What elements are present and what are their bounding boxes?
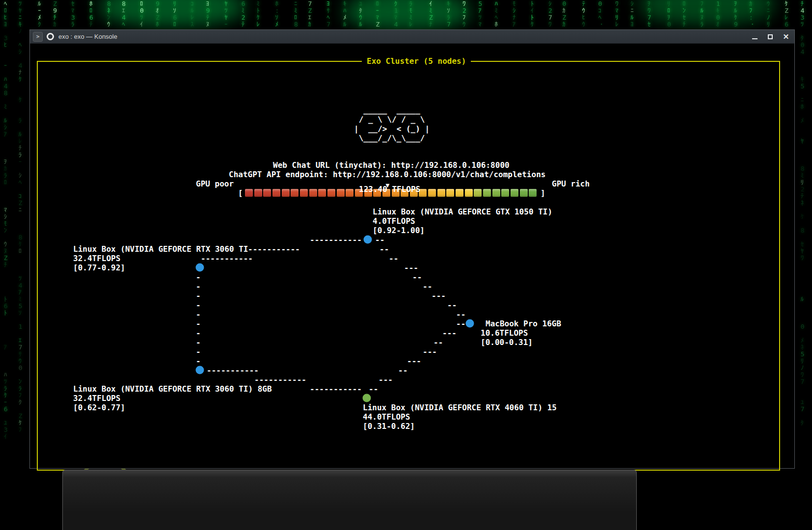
window-titlebar[interactable]: > exo : exo — Konsole ✕: [30, 30, 794, 44]
matrix-glyph: ｳ: [4, 241, 7, 248]
link-dashes: -----------: [248, 244, 300, 254]
matrix-glyph: ﾆ: [294, 0, 298, 7]
matrix-glyph: ﾔ: [801, 138, 804, 145]
node-shard-range: [0.77-0.92]: [73, 263, 248, 272]
matrix-glyph: ｦ: [648, 0, 651, 7]
matrix-glyph: ﾊ: [4, 371, 7, 378]
matrix-glyph: ﾜ: [801, 371, 804, 378]
matrix-glyph: ﾂ: [140, 14, 143, 21]
matrix-glyph: ﾁ: [19, 145, 22, 152]
link-dashes: --: [456, 310, 465, 319]
matrix-glyph: ｱ: [4, 131, 7, 138]
matrix-glyph: ｼ: [4, 213, 7, 220]
matrix-glyph: ﾖ: [326, 0, 330, 7]
close-button[interactable]: ✕: [781, 31, 791, 42]
matrix-glyph: ﾍ: [326, 14, 330, 21]
matrix-glyph: 8: [107, 0, 111, 7]
link-dashes: -: [196, 310, 201, 319]
link-dashes: --: [433, 338, 443, 347]
maximize-button[interactable]: [765, 31, 776, 42]
gauge-square: [337, 189, 345, 197]
web-chat-url: Web Chat URL (tinychat): http://192.168.…: [273, 160, 510, 170]
gauge-square: [327, 189, 335, 197]
matrix-glyph: Z: [308, 7, 312, 14]
link-dashes: ---: [423, 347, 437, 356]
gauge-square: [346, 189, 353, 197]
matrix-glyph: ﾏ: [71, 7, 75, 14]
matrix-glyph: 4: [122, 14, 126, 21]
matrix-glyph: ｳ: [767, 0, 770, 7]
matrix-glyph: ﾅ: [429, 21, 433, 28]
matrix-glyph: 3: [4, 426, 8, 433]
matrix-glyph: ｶ: [53, 21, 56, 28]
matrix-glyph: 4: [394, 21, 398, 28]
matrix-glyph: Z: [785, 7, 788, 14]
matrix-glyph: ｷ: [19, 21, 22, 28]
matrix-glyph: ｳ: [359, 14, 362, 21]
matrix-glyph: ｲ: [429, 0, 433, 7]
terminal-viewport[interactable]: Exo Cluster (5 nodes) _____ _____ / _ \ …: [30, 44, 794, 468]
matrix-glyph: ｹ: [531, 21, 534, 28]
node-dot-macbook: [466, 319, 474, 328]
matrix-glyph: 6: [173, 14, 177, 21]
gauge-square: [309, 189, 317, 197]
matrix-glyph: ｰ: [4, 62, 7, 69]
matrix-glyph: ・: [749, 21, 756, 28]
link-dashes: -: [196, 338, 201, 347]
matrix-glyph: ﾐ: [4, 104, 7, 110]
matrix-glyph: ﾁ: [53, 14, 56, 21]
matrix-glyph: ｶ: [563, 21, 566, 28]
matrix-glyph: ｳ: [462, 21, 466, 28]
matrix-glyph: :: [749, 14, 753, 21]
matrix-glyph: ｼ: [630, 0, 634, 7]
matrix-glyph: ﾘ: [667, 0, 671, 7]
matrix-glyph: ﾝ: [4, 227, 7, 234]
matrix-glyph: ﾂ: [19, 0, 22, 7]
matrix-glyph: ﾂ: [479, 14, 482, 21]
matrix-glyph: ﾋ: [582, 14, 586, 21]
matrix-glyph: ﾄ: [4, 296, 7, 303]
matrix-glyph: ﾗ: [701, 21, 704, 28]
matrix-glyph: ｾ: [801, 241, 804, 248]
matrix-glyph: ﾍ: [598, 14, 602, 21]
matrix-glyph: ・: [598, 21, 605, 28]
matrix-glyph: ﾇ: [701, 14, 704, 21]
node-label-macbook: MacBook Pro 16GB10.6TFLOPS[0.00-0.31]: [481, 319, 561, 347]
link-dashes: -: [196, 356, 201, 366]
matrix-glyph: ﾒ: [801, 117, 804, 124]
matrix-glyph: ｻ: [19, 351, 22, 358]
matrix-glyph: ﾍ: [4, 0, 7, 7]
matrix-glyph: ﾘ: [615, 14, 619, 21]
matrix-glyph: ﾉ: [767, 14, 770, 21]
matrix-glyph: ﾐ: [495, 7, 498, 14]
matrix-glyph: 5: [801, 83, 805, 90]
link-dashes: -: [196, 319, 201, 328]
matrix-glyph: ﾎ: [495, 21, 498, 28]
matrix-glyph: ﾗ: [4, 172, 7, 179]
matrix-glyph: ﾖ: [630, 21, 634, 28]
matrix-glyph: ﾛ: [4, 179, 7, 186]
matrix-glyph: 8: [19, 234, 23, 241]
minimize-button[interactable]: [749, 31, 760, 42]
node-name: Linux Box (NVIDIA GEFORCE RTX 3060 TI: [73, 244, 248, 254]
matrix-glyph: Z: [429, 14, 433, 21]
link-dashes: -: [196, 272, 201, 282]
matrix-glyph: 8: [801, 227, 805, 234]
matrix-glyph: ｼ: [548, 0, 552, 7]
link-dashes: -----------: [310, 235, 362, 244]
matrix-glyph: 2: [801, 186, 805, 193]
link-dashes: --: [389, 254, 398, 263]
matrix-glyph: ｴ: [308, 14, 311, 21]
matrix-glyph: ﾈ: [801, 200, 804, 207]
gauge-square: [483, 189, 491, 197]
link-dashes: -: [196, 282, 201, 291]
node-dot-gtx1050: [364, 236, 372, 244]
matrix-glyph: ﾗ: [19, 152, 22, 159]
matrix-glyph: 5: [19, 303, 23, 310]
matrix-glyph: Z: [376, 21, 379, 28]
matrix-glyph: ﾐ: [257, 0, 260, 7]
matrix-glyph: ﾋ: [4, 14, 7, 21]
matrix-glyph: 1: [394, 7, 398, 14]
matrix-glyph: 2: [242, 14, 245, 21]
matrix-glyph: ﾍ: [495, 14, 498, 21]
